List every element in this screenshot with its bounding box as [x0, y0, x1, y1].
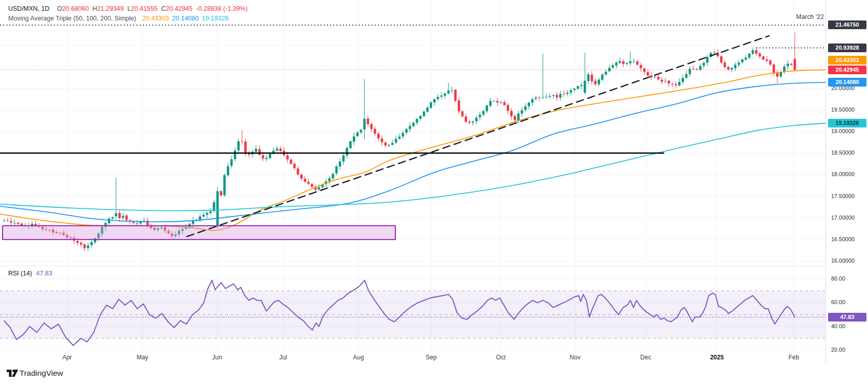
rsi-value-label: 47.83	[828, 313, 866, 322]
candle-body	[580, 85, 583, 86]
candle-body	[731, 68, 733, 70]
candle-body	[605, 72, 607, 75]
candle-body	[521, 110, 523, 114]
candle-body	[479, 115, 481, 117]
candle-body	[440, 96, 443, 97]
candle-body	[559, 94, 562, 97]
candle-body	[234, 151, 237, 159]
candle-body	[258, 149, 261, 155]
tradingview-chart-window: USD/MXN, 1DO20.68060H21.29349L20.41555C2…	[0, 0, 868, 385]
indicator-title[interactable]: Moving Average Triple (50, 100, 200, Sim…	[8, 15, 136, 22]
candle-body	[83, 244, 86, 248]
month-label-feb: Feb	[779, 354, 808, 361]
candle-body	[737, 62, 740, 65]
candle-body	[535, 98, 537, 99]
candle-body	[671, 84, 674, 84]
candle-body	[766, 59, 768, 61]
candle-body	[206, 213, 208, 215]
candle-body	[647, 72, 649, 76]
time-axis[interactable]: AprMayJunJulAugSepOctNovDec2025Feb	[0, 352, 825, 364]
price-tick-label: 18.50000	[831, 149, 855, 156]
candle-body	[703, 63, 705, 66]
candle-body	[297, 168, 300, 175]
candle-body	[349, 141, 352, 148]
candle-body	[653, 77, 656, 77]
candle-body	[125, 216, 128, 220]
candle-body	[527, 102, 530, 106]
candle-body	[632, 61, 635, 62]
candle-body	[475, 118, 478, 121]
candle-body	[90, 242, 93, 245]
candle-body	[118, 213, 121, 218]
sma-50-line[interactable]	[0, 70, 825, 230]
candle-body	[3, 221, 6, 221]
month-label-oct: Oct	[486, 354, 515, 361]
candle-body	[626, 63, 628, 64]
candle-body	[335, 166, 338, 174]
month-label-may: May	[128, 354, 157, 361]
candle-body	[695, 69, 698, 70]
tradingview-logo-icon[interactable]	[7, 369, 18, 378]
price-axis[interactable]: 20.0000019.5000019.0000018.5000018.00000…	[825, 0, 868, 364]
candle-body	[356, 133, 359, 136]
rsi-tick-label: 80.00	[831, 275, 845, 282]
candle-body	[412, 122, 415, 126]
candle-body	[405, 129, 408, 133]
rsi-legend-row[interactable]: RSI (14)47.83	[8, 270, 52, 277]
candle-body	[7, 221, 9, 221]
candle-body	[668, 81, 670, 83]
candle-body	[538, 97, 541, 98]
candle-body	[13, 223, 16, 223]
candle-body	[773, 65, 775, 73]
candle-body	[636, 61, 639, 65]
candle-body	[629, 61, 632, 63]
month-label-aug: Aug	[344, 354, 373, 361]
tradingview-brand-text[interactable]: TradingView	[19, 369, 63, 378]
sma-200-line[interactable]	[0, 123, 825, 211]
candle-body	[328, 178, 331, 181]
rsi-tick-label: 60.00	[831, 299, 845, 305]
candle-body	[566, 93, 569, 94]
pane-separator[interactable]	[0, 266, 868, 266]
indicator-legend-row[interactable]: Moving Average Triple (50, 100, 200, Sim…	[8, 14, 248, 24]
candle-body	[569, 90, 572, 93]
candle-body	[720, 56, 723, 62]
symbol-legend-row[interactable]: USD/MXN, 1DO20.68060H21.29349L20.41555C2…	[8, 4, 248, 14]
candle-body	[552, 95, 555, 96]
month-label-2025: 2025	[703, 354, 731, 361]
candle-body	[269, 154, 271, 158]
sma100-label: 20.14080	[828, 78, 866, 87]
candle-body	[419, 116, 422, 119]
candle-body	[447, 91, 450, 94]
chart-plot-area[interactable]	[0, 0, 825, 364]
candle-body	[486, 105, 489, 111]
rsi-title[interactable]: RSI (14)	[8, 270, 32, 277]
candle-body	[461, 111, 464, 116]
close-value: 20.42945	[166, 5, 193, 12]
march-22-annotation: March '22	[796, 13, 824, 20]
candle-body	[227, 166, 229, 176]
ascending-trendline[interactable]	[187, 36, 769, 237]
high-value: 21.29349	[97, 5, 123, 12]
sma50-label: 20.43303	[828, 56, 866, 65]
sma50-value: 20.43303	[142, 15, 169, 22]
candle-body	[489, 101, 492, 105]
candle-body	[752, 50, 754, 54]
candle-body	[367, 119, 369, 124]
candle-body	[265, 158, 268, 159]
candle-body	[465, 117, 468, 122]
candle-body	[496, 101, 499, 102]
candlestick-series[interactable]	[3, 33, 796, 251]
symbol-title[interactable]: USD/MXN, 1D	[8, 5, 50, 12]
price-tick-label: 17.50000	[831, 193, 855, 199]
candle-body	[674, 84, 677, 85]
candle-body	[741, 59, 744, 62]
candle-body	[290, 160, 292, 164]
symbol-legend[interactable]: USD/MXN, 1DO20.68060H21.29349L20.41555C2…	[8, 4, 248, 24]
candle-body	[619, 61, 621, 63]
candle-body	[458, 100, 460, 111]
candle-body	[727, 67, 730, 70]
candle-body	[755, 50, 758, 54]
candle-body	[769, 60, 772, 65]
sma-100-line[interactable]	[0, 82, 825, 222]
